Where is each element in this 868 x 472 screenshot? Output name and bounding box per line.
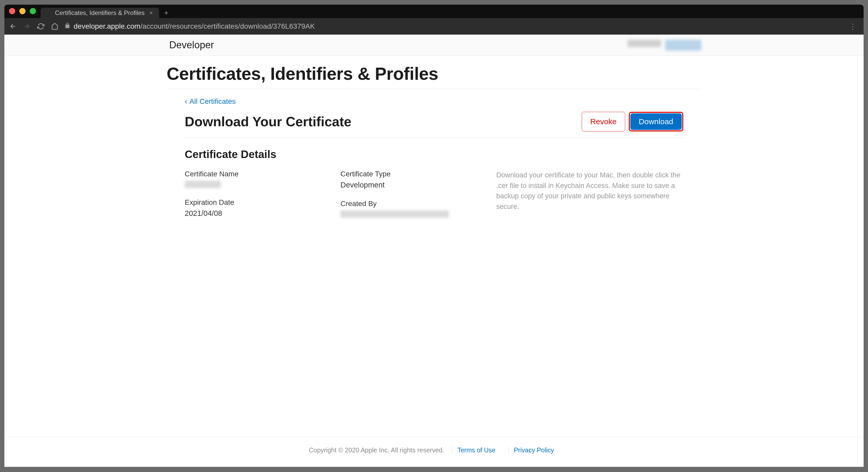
back-button[interactable] [8, 22, 17, 31]
page-title: Certificates, Identifiers & Profiles [167, 64, 702, 89]
developer-logo[interactable]: Developer [167, 39, 214, 51]
section-header: Download Your Certificate Revoke Downloa… [185, 112, 683, 138]
home-button[interactable] [51, 22, 59, 31]
redacted-account-badge [665, 40, 702, 51]
browser-tab[interactable]: Certificates, Identifiers & Profiles × [40, 8, 159, 18]
apple-favicon-icon [46, 10, 52, 16]
download-button[interactable]: Download [630, 113, 682, 130]
forward-button[interactable] [23, 22, 31, 31]
cert-type-value: Development [340, 181, 481, 189]
tab-title: Certificates, Identifiers & Profiles [55, 9, 145, 17]
terms-link[interactable]: Terms of Use [452, 446, 501, 454]
expiration-value: 2021/04/08 [185, 209, 325, 218]
redacted-account-text [627, 40, 661, 47]
privacy-link[interactable]: Privacy Policy [508, 446, 559, 454]
redacted-cert-name [185, 181, 221, 188]
tabs-bar: Certificates, Identifiers & Profiles × + [4, 8, 864, 18]
browser-window: Certificates, Identifiers & Profiles × +… [4, 5, 864, 467]
developer-brand: Developer [169, 39, 214, 51]
field-created-by: Created By [340, 199, 481, 218]
help-text: Download your certificate to your Mac, t… [496, 170, 683, 212]
section-title: Download Your Certificate [185, 114, 351, 129]
details-grid: Certificate Name Expiration Date 2021/04… [185, 170, 683, 228]
cert-name-label: Certificate Name [185, 170, 325, 178]
field-certificate-name: Certificate Name [185, 170, 325, 188]
all-certificates-link[interactable]: All Certificates [185, 97, 236, 105]
header-account-area [627, 40, 702, 51]
created-by-label: Created By [340, 199, 481, 208]
cert-type-label: Certificate Type [340, 170, 481, 178]
new-tab-button[interactable]: + [164, 9, 168, 17]
field-certificate-type: Certificate Type Development [340, 170, 481, 189]
address-bar: developer.apple.com/account/resources/ce… [4, 18, 864, 35]
page-content: Developer Certificates, Identifiers & Pr… [4, 35, 864, 467]
details-title: Certificate Details [185, 148, 683, 161]
url-text: developer.apple.com/account/resources/ce… [74, 22, 315, 30]
lock-icon [64, 23, 70, 30]
redacted-created-by [340, 211, 449, 218]
site-header: Developer [4, 35, 864, 56]
close-tab-icon[interactable]: × [148, 10, 154, 16]
footer-copyright: Copyright © 2020 Apple Inc. All rights r… [309, 446, 444, 454]
main-content: Certificates, Identifiers & Profiles All… [4, 56, 864, 437]
browser-menu-button[interactable]: ⋮ [846, 22, 860, 31]
reload-button[interactable] [36, 22, 45, 31]
download-highlight: Download [629, 112, 683, 131]
footer: Copyright © 2020 Apple Inc. All rights r… [4, 437, 864, 467]
action-buttons: Revoke Download [582, 112, 683, 131]
url-bar[interactable]: developer.apple.com/account/resources/ce… [64, 22, 841, 30]
breadcrumb: All Certificates [185, 97, 683, 105]
revoke-button[interactable]: Revoke [582, 112, 625, 131]
expiration-label: Expiration Date [185, 198, 325, 207]
field-expiration: Expiration Date 2021/04/08 [185, 198, 325, 218]
